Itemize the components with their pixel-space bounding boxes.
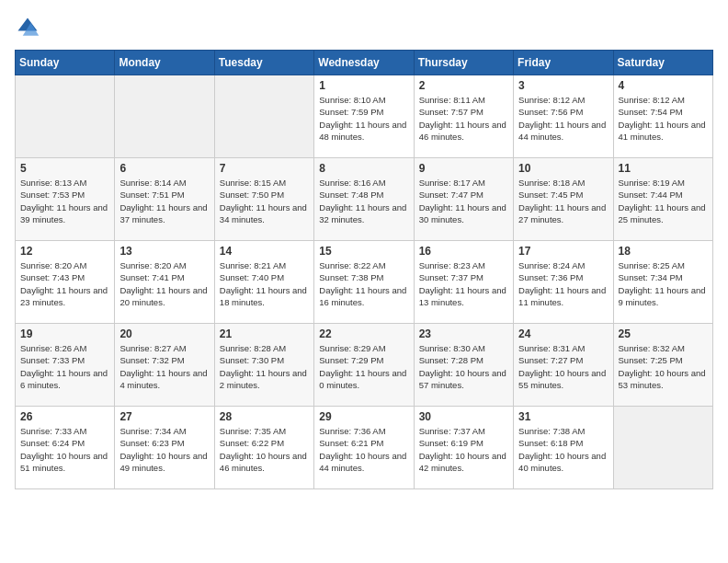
header-day-sunday: Sunday (16, 51, 115, 75)
calendar-cell (214, 75, 313, 158)
day-number: 13 (119, 245, 209, 258)
calendar-cell: 26Sunrise: 7:33 AM Sunset: 6:24 PM Dayli… (16, 407, 115, 489)
calendar-table: SundayMondayTuesdayWednesdayThursdayFrid… (15, 50, 713, 489)
day-info: Sunrise: 7:36 AM Sunset: 6:21 PM Dayligh… (319, 425, 408, 474)
calendar-cell (16, 75, 115, 158)
day-number: 7 (220, 162, 309, 175)
day-info: Sunrise: 7:38 AM Sunset: 6:18 PM Dayligh… (518, 425, 608, 474)
calendar-cell (613, 407, 712, 489)
calendar-week-row: 12Sunrise: 8:20 AM Sunset: 7:43 PM Dayli… (16, 241, 713, 324)
calendar-cell: 10Sunrise: 8:18 AM Sunset: 7:45 PM Dayli… (514, 158, 613, 241)
day-info: Sunrise: 8:31 AM Sunset: 7:27 PM Dayligh… (518, 342, 608, 391)
day-number: 8 (319, 162, 408, 175)
header-day-monday: Monday (115, 51, 214, 75)
calendar-cell: 7Sunrise: 8:15 AM Sunset: 7:50 PM Daylig… (214, 158, 313, 241)
day-info: Sunrise: 7:33 AM Sunset: 6:24 PM Dayligh… (20, 425, 109, 474)
calendar-cell: 19Sunrise: 8:26 AM Sunset: 7:33 PM Dayli… (16, 324, 115, 407)
day-info: Sunrise: 8:12 AM Sunset: 7:56 PM Dayligh… (518, 94, 608, 143)
header-day-tuesday: Tuesday (214, 51, 313, 75)
day-info: Sunrise: 8:20 AM Sunset: 7:43 PM Dayligh… (20, 259, 109, 308)
day-number: 22 (319, 327, 408, 340)
day-number: 4 (619, 79, 708, 92)
day-number: 12 (20, 245, 109, 258)
day-info: Sunrise: 8:11 AM Sunset: 7:57 PM Dayligh… (419, 94, 508, 143)
day-number: 25 (619, 327, 708, 340)
day-info: Sunrise: 8:12 AM Sunset: 7:54 PM Dayligh… (619, 94, 708, 143)
day-info: Sunrise: 8:29 AM Sunset: 7:29 PM Dayligh… (319, 342, 408, 391)
calendar-cell: 24Sunrise: 8:31 AM Sunset: 7:27 PM Dayli… (514, 324, 613, 407)
day-number: 16 (419, 245, 508, 258)
day-number: 26 (20, 410, 109, 423)
day-info: Sunrise: 8:20 AM Sunset: 7:41 PM Dayligh… (119, 259, 209, 308)
day-info: Sunrise: 8:22 AM Sunset: 7:38 PM Dayligh… (319, 259, 408, 308)
day-info: Sunrise: 8:13 AM Sunset: 7:53 PM Dayligh… (20, 177, 109, 225)
day-info: Sunrise: 8:27 AM Sunset: 7:32 PM Dayligh… (119, 342, 209, 391)
calendar-cell: 8Sunrise: 8:16 AM Sunset: 7:48 PM Daylig… (314, 158, 414, 241)
day-number: 24 (518, 327, 608, 340)
calendar-header-row: SundayMondayTuesdayWednesdayThursdayFrid… (16, 51, 713, 75)
calendar-cell: 28Sunrise: 7:35 AM Sunset: 6:22 PM Dayli… (214, 407, 313, 489)
calendar-week-row: 26Sunrise: 7:33 AM Sunset: 6:24 PM Dayli… (16, 407, 713, 489)
calendar-cell: 15Sunrise: 8:22 AM Sunset: 7:38 PM Dayli… (314, 241, 414, 324)
day-info: Sunrise: 8:19 AM Sunset: 7:44 PM Dayligh… (619, 177, 708, 225)
page-header (15, 15, 713, 40)
day-number: 21 (220, 327, 309, 340)
day-number: 10 (518, 162, 608, 175)
logo (15, 15, 44, 40)
day-info: Sunrise: 8:14 AM Sunset: 7:51 PM Dayligh… (119, 177, 209, 225)
day-info: Sunrise: 8:23 AM Sunset: 7:37 PM Dayligh… (419, 259, 508, 308)
day-number: 14 (220, 245, 309, 258)
header-day-friday: Friday (514, 51, 613, 75)
day-number: 18 (619, 245, 708, 258)
day-number: 17 (518, 245, 608, 258)
calendar-cell (115, 75, 214, 158)
day-number: 28 (220, 410, 309, 423)
day-info: Sunrise: 8:30 AM Sunset: 7:28 PM Dayligh… (419, 342, 508, 391)
day-info: Sunrise: 7:37 AM Sunset: 6:19 PM Dayligh… (419, 425, 508, 474)
day-number: 3 (518, 79, 608, 92)
day-info: Sunrise: 8:21 AM Sunset: 7:40 PM Dayligh… (220, 259, 309, 308)
calendar-cell: 4Sunrise: 8:12 AM Sunset: 7:54 PM Daylig… (613, 75, 712, 158)
day-number: 29 (319, 410, 408, 423)
day-info: Sunrise: 8:18 AM Sunset: 7:45 PM Dayligh… (518, 177, 608, 225)
calendar-cell: 29Sunrise: 7:36 AM Sunset: 6:21 PM Dayli… (314, 407, 414, 489)
header-day-thursday: Thursday (414, 51, 513, 75)
calendar-cell: 30Sunrise: 7:37 AM Sunset: 6:19 PM Dayli… (414, 407, 513, 489)
day-number: 6 (119, 162, 209, 175)
calendar-cell: 3Sunrise: 8:12 AM Sunset: 7:56 PM Daylig… (514, 75, 613, 158)
calendar-cell: 5Sunrise: 8:13 AM Sunset: 7:53 PM Daylig… (16, 158, 115, 241)
day-number: 23 (419, 327, 508, 340)
calendar-cell: 18Sunrise: 8:25 AM Sunset: 7:34 PM Dayli… (613, 241, 712, 324)
calendar-cell: 14Sunrise: 8:21 AM Sunset: 7:40 PM Dayli… (214, 241, 313, 324)
day-number: 9 (419, 162, 508, 175)
day-info: Sunrise: 7:35 AM Sunset: 6:22 PM Dayligh… (220, 425, 309, 474)
calendar-week-row: 5Sunrise: 8:13 AM Sunset: 7:53 PM Daylig… (16, 158, 713, 241)
day-info: Sunrise: 7:34 AM Sunset: 6:23 PM Dayligh… (119, 425, 209, 474)
day-info: Sunrise: 8:25 AM Sunset: 7:34 PM Dayligh… (619, 259, 708, 308)
day-info: Sunrise: 8:26 AM Sunset: 7:33 PM Dayligh… (20, 342, 109, 391)
calendar-cell: 9Sunrise: 8:17 AM Sunset: 7:47 PM Daylig… (414, 158, 513, 241)
calendar-cell: 31Sunrise: 7:38 AM Sunset: 6:18 PM Dayli… (514, 407, 613, 489)
day-number: 5 (20, 162, 109, 175)
calendar-cell: 13Sunrise: 8:20 AM Sunset: 7:41 PM Dayli… (115, 241, 214, 324)
day-number: 27 (119, 410, 209, 423)
header-day-wednesday: Wednesday (314, 51, 414, 75)
calendar-cell: 17Sunrise: 8:24 AM Sunset: 7:36 PM Dayli… (514, 241, 613, 324)
day-info: Sunrise: 8:10 AM Sunset: 7:59 PM Dayligh… (319, 94, 408, 143)
day-number: 1 (319, 79, 408, 92)
logo-icon (15, 15, 40, 40)
day-number: 11 (619, 162, 708, 175)
calendar-cell: 27Sunrise: 7:34 AM Sunset: 6:23 PM Dayli… (115, 407, 214, 489)
day-info: Sunrise: 8:16 AM Sunset: 7:48 PM Dayligh… (319, 177, 408, 225)
day-info: Sunrise: 8:28 AM Sunset: 7:30 PM Dayligh… (220, 342, 309, 391)
day-info: Sunrise: 8:24 AM Sunset: 7:36 PM Dayligh… (518, 259, 608, 308)
calendar-cell: 23Sunrise: 8:30 AM Sunset: 7:28 PM Dayli… (414, 324, 513, 407)
calendar-week-row: 19Sunrise: 8:26 AM Sunset: 7:33 PM Dayli… (16, 324, 713, 407)
day-number: 31 (518, 410, 608, 423)
calendar-cell: 20Sunrise: 8:27 AM Sunset: 7:32 PM Dayli… (115, 324, 214, 407)
calendar-cell: 1Sunrise: 8:10 AM Sunset: 7:59 PM Daylig… (314, 75, 414, 158)
calendar-cell: 11Sunrise: 8:19 AM Sunset: 7:44 PM Dayli… (613, 158, 712, 241)
calendar-cell: 21Sunrise: 8:28 AM Sunset: 7:30 PM Dayli… (214, 324, 313, 407)
day-number: 15 (319, 245, 408, 258)
day-number: 30 (419, 410, 508, 423)
